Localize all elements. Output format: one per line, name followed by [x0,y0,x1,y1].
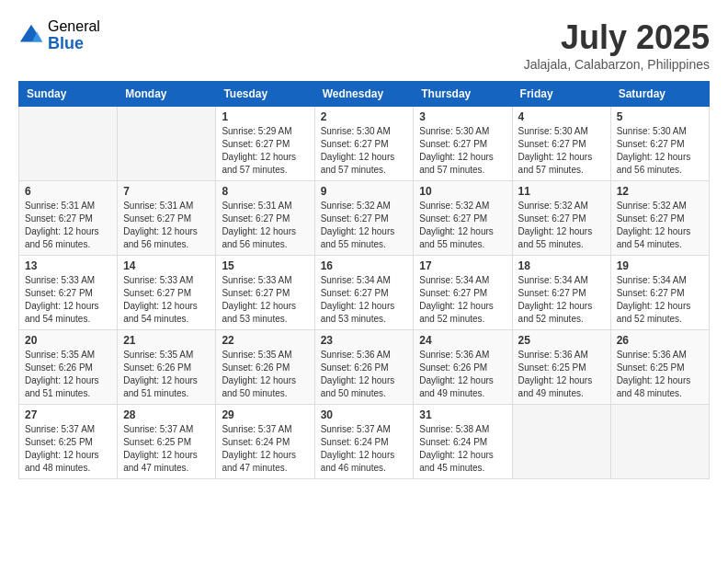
day-info: Sunrise: 5:37 AM Sunset: 6:25 PM Dayligh… [123,423,210,475]
day-number: 19 [617,259,703,272]
day-number: 25 [518,334,605,347]
calendar-cell: 30Sunrise: 5:37 AM Sunset: 6:24 PM Dayli… [314,405,414,479]
day-number: 9 [321,185,408,198]
calendar-cell: 11Sunrise: 5:32 AM Sunset: 6:27 PM Dayli… [512,181,610,256]
logo-icon [18,23,44,49]
day-info: Sunrise: 5:37 AM Sunset: 6:25 PM Dayligh… [25,423,111,475]
calendar-cell: 14Sunrise: 5:33 AM Sunset: 6:27 PM Dayli… [118,256,216,330]
day-number: 20 [25,334,111,347]
day-number: 24 [419,334,506,347]
logo: General Blue [18,18,100,52]
day-number: 16 [321,259,408,272]
calendar-cell: 20Sunrise: 5:35 AM Sunset: 6:26 PM Dayli… [19,330,118,405]
calendar-cell: 4Sunrise: 5:30 AM Sunset: 6:27 PM Daylig… [512,107,610,181]
calendar-cell: 16Sunrise: 5:34 AM Sunset: 6:27 PM Dayli… [314,256,414,330]
day-info: Sunrise: 5:32 AM Sunset: 6:27 PM Dayligh… [321,200,408,251]
day-number: 1 [222,110,308,123]
day-number: 17 [419,259,506,272]
calendar-cell: 5Sunrise: 5:30 AM Sunset: 6:27 PM Daylig… [610,107,709,181]
day-info: Sunrise: 5:35 AM Sunset: 6:26 PM Dayligh… [123,349,210,400]
day-number: 22 [222,334,308,347]
day-number: 15 [222,259,308,272]
calendar-cell: 13Sunrise: 5:33 AM Sunset: 6:27 PM Dayli… [19,256,118,330]
day-info: Sunrise: 5:33 AM Sunset: 6:27 PM Dayligh… [123,274,210,326]
calendar-cell: 6Sunrise: 5:31 AM Sunset: 6:27 PM Daylig… [19,181,118,256]
day-number: 12 [617,185,703,198]
day-number: 21 [123,334,210,347]
day-number: 28 [123,408,210,421]
calendar-cell: 23Sunrise: 5:36 AM Sunset: 6:26 PM Dayli… [314,330,414,405]
day-info: Sunrise: 5:33 AM Sunset: 6:27 PM Dayligh… [25,274,111,326]
day-number: 10 [419,185,506,198]
day-number: 4 [518,110,605,123]
calendar-cell: 9Sunrise: 5:32 AM Sunset: 6:27 PM Daylig… [314,181,414,256]
day-number: 23 [321,334,408,347]
day-number: 11 [518,185,605,198]
page-header: General Blue July 2025 Jalajala, Calabar… [18,18,710,72]
day-number: 7 [123,185,210,198]
calendar-cell: 10Sunrise: 5:32 AM Sunset: 6:27 PM Dayli… [414,181,512,256]
day-number: 2 [321,110,408,123]
calendar-cell: 26Sunrise: 5:36 AM Sunset: 6:25 PM Dayli… [610,330,709,405]
day-info: Sunrise: 5:30 AM Sunset: 6:27 PM Dayligh… [617,125,703,177]
calendar-cell: 22Sunrise: 5:35 AM Sunset: 6:26 PM Dayli… [216,330,314,405]
calendar-week-row: 27Sunrise: 5:37 AM Sunset: 6:25 PM Dayli… [19,405,710,479]
day-number: 18 [518,259,605,272]
month-year: July 2025 [524,18,710,57]
day-info: Sunrise: 5:38 AM Sunset: 6:24 PM Dayligh… [419,423,506,475]
logo-blue: Blue [48,35,100,53]
day-info: Sunrise: 5:36 AM Sunset: 6:26 PM Dayligh… [419,349,506,400]
calendar-week-row: 13Sunrise: 5:33 AM Sunset: 6:27 PM Dayli… [19,256,710,330]
calendar-cell: 12Sunrise: 5:32 AM Sunset: 6:27 PM Dayli… [610,181,709,256]
day-info: Sunrise: 5:31 AM Sunset: 6:27 PM Dayligh… [222,200,308,251]
calendar-header-thursday: Thursday [414,82,512,107]
day-info: Sunrise: 5:35 AM Sunset: 6:26 PM Dayligh… [25,349,111,400]
calendar-cell: 8Sunrise: 5:31 AM Sunset: 6:27 PM Daylig… [216,181,314,256]
day-info: Sunrise: 5:32 AM Sunset: 6:27 PM Dayligh… [419,200,506,251]
calendar-cell: 27Sunrise: 5:37 AM Sunset: 6:25 PM Dayli… [19,405,118,479]
day-number: 30 [321,408,408,421]
day-number: 29 [222,408,308,421]
day-number: 27 [25,408,111,421]
day-info: Sunrise: 5:31 AM Sunset: 6:27 PM Dayligh… [123,200,210,251]
day-number: 31 [419,408,506,421]
calendar-week-row: 20Sunrise: 5:35 AM Sunset: 6:26 PM Dayli… [19,330,710,405]
day-info: Sunrise: 5:34 AM Sunset: 6:27 PM Dayligh… [321,274,408,326]
calendar-cell: 17Sunrise: 5:34 AM Sunset: 6:27 PM Dayli… [414,256,512,330]
day-info: Sunrise: 5:34 AM Sunset: 6:27 PM Dayligh… [419,274,506,326]
calendar-header-saturday: Saturday [610,82,709,107]
day-info: Sunrise: 5:32 AM Sunset: 6:27 PM Dayligh… [518,200,605,251]
logo-general: General [48,18,100,35]
calendar-cell [118,107,216,181]
day-info: Sunrise: 5:36 AM Sunset: 6:26 PM Dayligh… [321,349,408,400]
day-info: Sunrise: 5:29 AM Sunset: 6:27 PM Dayligh… [222,125,308,177]
day-info: Sunrise: 5:30 AM Sunset: 6:27 PM Dayligh… [321,125,408,177]
calendar-cell: 2Sunrise: 5:30 AM Sunset: 6:27 PM Daylig… [314,107,414,181]
calendar-cell: 19Sunrise: 5:34 AM Sunset: 6:27 PM Dayli… [610,256,709,330]
day-info: Sunrise: 5:34 AM Sunset: 6:27 PM Dayligh… [617,274,703,326]
day-number: 8 [222,185,308,198]
calendar-cell: 7Sunrise: 5:31 AM Sunset: 6:27 PM Daylig… [118,181,216,256]
day-info: Sunrise: 5:35 AM Sunset: 6:26 PM Dayligh… [222,349,308,400]
day-info: Sunrise: 5:32 AM Sunset: 6:27 PM Dayligh… [617,200,703,251]
calendar-cell: 25Sunrise: 5:36 AM Sunset: 6:25 PM Dayli… [512,330,610,405]
calendar-header-wednesday: Wednesday [314,82,414,107]
day-info: Sunrise: 5:30 AM Sunset: 6:27 PM Dayligh… [518,125,605,177]
title-block: July 2025 Jalajala, Calabarzon, Philippi… [524,18,710,72]
calendar-cell [512,405,610,479]
day-info: Sunrise: 5:36 AM Sunset: 6:25 PM Dayligh… [617,349,703,400]
calendar-week-row: 6Sunrise: 5:31 AM Sunset: 6:27 PM Daylig… [19,181,710,256]
calendar-table: SundayMondayTuesdayWednesdayThursdayFrid… [18,81,710,479]
day-number: 3 [419,110,506,123]
day-info: Sunrise: 5:30 AM Sunset: 6:27 PM Dayligh… [419,125,506,177]
day-info: Sunrise: 5:34 AM Sunset: 6:27 PM Dayligh… [518,274,605,326]
calendar-cell: 21Sunrise: 5:35 AM Sunset: 6:26 PM Dayli… [118,330,216,405]
day-info: Sunrise: 5:31 AM Sunset: 6:27 PM Dayligh… [25,200,111,251]
day-info: Sunrise: 5:37 AM Sunset: 6:24 PM Dayligh… [321,423,408,475]
calendar-cell: 18Sunrise: 5:34 AM Sunset: 6:27 PM Dayli… [512,256,610,330]
day-info: Sunrise: 5:33 AM Sunset: 6:27 PM Dayligh… [222,274,308,326]
day-number: 26 [617,334,703,347]
calendar-cell: 29Sunrise: 5:37 AM Sunset: 6:24 PM Dayli… [216,405,314,479]
calendar-cell: 24Sunrise: 5:36 AM Sunset: 6:26 PM Dayli… [414,330,512,405]
calendar-cell: 3Sunrise: 5:30 AM Sunset: 6:27 PM Daylig… [414,107,512,181]
